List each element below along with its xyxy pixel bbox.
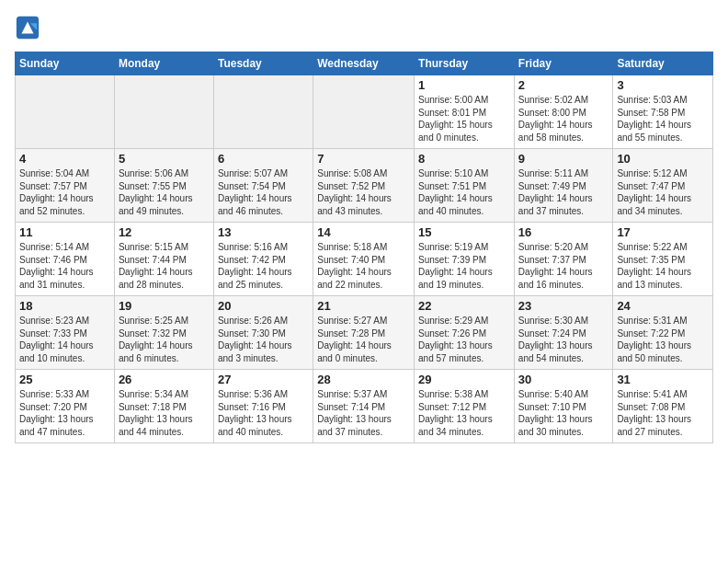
calendar-day-cell: 3Sunrise: 5:03 AMSunset: 7:58 PMDaylight… [613, 75, 713, 149]
calendar-day-cell: 12Sunrise: 5:15 AMSunset: 7:44 PMDayligh… [114, 223, 213, 296]
day-info: Sunrise: 5:16 AMSunset: 7:42 PMDaylight:… [218, 241, 309, 291]
calendar-day-cell: 25Sunrise: 5:33 AMSunset: 7:20 PMDayligh… [16, 370, 115, 443]
day-info: Sunrise: 5:29 AMSunset: 7:26 PMDaylight:… [418, 315, 510, 364]
calendar-day-cell: 20Sunrise: 5:26 AMSunset: 7:30 PMDayligh… [213, 296, 313, 370]
calendar-week-row: 1Sunrise: 5:00 AMSunset: 8:01 PMDaylight… [16, 75, 713, 149]
calendar-day-cell: 1Sunrise: 5:00 AMSunset: 8:01 PMDaylight… [415, 75, 515, 149]
day-number: 29 [418, 373, 510, 386]
day-info: Sunrise: 5:11 AMSunset: 7:49 PMDaylight:… [518, 167, 609, 217]
day-number: 4 [19, 152, 110, 166]
day-number: 16 [518, 225, 609, 239]
day-number: 24 [617, 299, 709, 313]
calendar-header-row: SundayMondayTuesdayWednesdayThursdayFrid… [16, 52, 713, 75]
day-number: 7 [317, 152, 410, 166]
day-info: Sunrise: 5:40 AMSunset: 7:10 PMDaylight:… [518, 388, 609, 438]
day-number: 3 [617, 78, 709, 92]
logo [15, 15, 44, 40]
day-info: Sunrise: 5:38 AMSunset: 7:12 PMDaylight:… [418, 388, 510, 438]
day-number: 17 [617, 225, 709, 239]
calendar-day-cell: 19Sunrise: 5:25 AMSunset: 7:32 PMDayligh… [114, 296, 213, 370]
day-number: 18 [19, 299, 110, 313]
day-info: Sunrise: 5:07 AMSunset: 7:54 PMDaylight:… [218, 167, 309, 217]
calendar-table: SundayMondayTuesdayWednesdayThursdayFrid… [15, 52, 713, 443]
day-number: 5 [119, 152, 210, 166]
calendar-week-row: 18Sunrise: 5:23 AMSunset: 7:33 PMDayligh… [16, 296, 713, 370]
calendar-day-cell: 8Sunrise: 5:10 AMSunset: 7:51 PMDaylight… [415, 149, 515, 223]
day-info: Sunrise: 5:33 AMSunset: 7:20 PMDaylight:… [19, 388, 110, 438]
day-of-week-header: Wednesday [313, 52, 415, 75]
calendar-day-cell: 15Sunrise: 5:19 AMSunset: 7:39 PMDayligh… [415, 223, 515, 296]
day-number: 31 [617, 373, 709, 386]
calendar-day-cell: 11Sunrise: 5:14 AMSunset: 7:46 PMDayligh… [16, 223, 115, 296]
calendar-day-cell: 28Sunrise: 5:37 AMSunset: 7:14 PMDayligh… [313, 370, 415, 443]
day-number: 13 [218, 225, 309, 239]
day-number: 6 [218, 152, 309, 166]
day-info: Sunrise: 5:26 AMSunset: 7:30 PMDaylight:… [218, 315, 309, 364]
day-of-week-header: Tuesday [213, 52, 313, 75]
day-of-week-header: Saturday [613, 52, 713, 75]
calendar-day-cell: 23Sunrise: 5:30 AMSunset: 7:24 PMDayligh… [514, 296, 613, 370]
day-info: Sunrise: 5:31 AMSunset: 7:22 PMDaylight:… [617, 315, 709, 364]
calendar-day-cell: 18Sunrise: 5:23 AMSunset: 7:33 PMDayligh… [16, 296, 115, 370]
calendar-day-cell: 22Sunrise: 5:29 AMSunset: 7:26 PMDayligh… [415, 296, 515, 370]
day-number: 26 [119, 373, 210, 386]
day-number: 30 [518, 373, 609, 386]
calendar-day-cell [213, 75, 313, 149]
day-number: 14 [317, 225, 410, 239]
calendar-week-row: 4Sunrise: 5:04 AMSunset: 7:57 PMDaylight… [16, 149, 713, 223]
day-info: Sunrise: 5:14 AMSunset: 7:46 PMDaylight:… [19, 241, 110, 291]
calendar-day-cell: 5Sunrise: 5:06 AMSunset: 7:55 PMDaylight… [114, 149, 213, 223]
page-header [15, 15, 713, 40]
day-of-week-header: Thursday [415, 52, 515, 75]
calendar-day-cell: 17Sunrise: 5:22 AMSunset: 7:35 PMDayligh… [613, 223, 713, 296]
day-info: Sunrise: 5:30 AMSunset: 7:24 PMDaylight:… [518, 315, 609, 364]
day-number: 22 [418, 299, 510, 313]
day-info: Sunrise: 5:06 AMSunset: 7:55 PMDaylight:… [119, 167, 210, 217]
day-info: Sunrise: 5:04 AMSunset: 7:57 PMDaylight:… [19, 167, 110, 217]
calendar-day-cell [16, 75, 115, 149]
calendar-week-row: 25Sunrise: 5:33 AMSunset: 7:20 PMDayligh… [16, 370, 713, 443]
calendar-day-cell: 14Sunrise: 5:18 AMSunset: 7:40 PMDayligh… [313, 223, 415, 296]
day-number: 15 [418, 225, 510, 239]
calendar-day-cell: 7Sunrise: 5:08 AMSunset: 7:52 PMDaylight… [313, 149, 415, 223]
day-number: 2 [518, 78, 609, 92]
calendar-day-cell: 27Sunrise: 5:36 AMSunset: 7:16 PMDayligh… [213, 370, 313, 443]
calendar-day-cell: 21Sunrise: 5:27 AMSunset: 7:28 PMDayligh… [313, 296, 415, 370]
calendar-day-cell: 26Sunrise: 5:34 AMSunset: 7:18 PMDayligh… [114, 370, 213, 443]
day-of-week-header: Sunday [16, 52, 115, 75]
day-number: 27 [218, 373, 309, 386]
day-info: Sunrise: 5:19 AMSunset: 7:39 PMDaylight:… [418, 241, 510, 291]
logo-icon [15, 15, 40, 40]
day-number: 12 [119, 225, 210, 239]
day-number: 23 [518, 299, 609, 313]
day-info: Sunrise: 5:03 AMSunset: 7:58 PMDaylight:… [617, 94, 709, 144]
day-of-week-header: Monday [114, 52, 213, 75]
calendar-day-cell: 6Sunrise: 5:07 AMSunset: 7:54 PMDaylight… [213, 149, 313, 223]
day-info: Sunrise: 5:15 AMSunset: 7:44 PMDaylight:… [119, 241, 210, 291]
calendar-day-cell: 9Sunrise: 5:11 AMSunset: 7:49 PMDaylight… [514, 149, 613, 223]
day-number: 25 [19, 373, 110, 386]
day-number: 21 [317, 299, 410, 313]
day-info: Sunrise: 5:41 AMSunset: 7:08 PMDaylight:… [617, 388, 709, 438]
day-number: 9 [518, 152, 609, 166]
calendar-day-cell: 13Sunrise: 5:16 AMSunset: 7:42 PMDayligh… [213, 223, 313, 296]
day-number: 28 [317, 373, 410, 386]
day-number: 8 [418, 152, 510, 166]
day-info: Sunrise: 5:37 AMSunset: 7:14 PMDaylight:… [317, 388, 410, 438]
calendar-day-cell: 31Sunrise: 5:41 AMSunset: 7:08 PMDayligh… [613, 370, 713, 443]
day-number: 1 [418, 78, 510, 92]
day-number: 20 [218, 299, 309, 313]
day-info: Sunrise: 5:22 AMSunset: 7:35 PMDaylight:… [617, 241, 709, 291]
calendar-day-cell [114, 75, 213, 149]
day-info: Sunrise: 5:00 AMSunset: 8:01 PMDaylight:… [418, 94, 510, 144]
day-info: Sunrise: 5:27 AMSunset: 7:28 PMDaylight:… [317, 315, 410, 364]
day-info: Sunrise: 5:10 AMSunset: 7:51 PMDaylight:… [418, 167, 510, 217]
day-info: Sunrise: 5:12 AMSunset: 7:47 PMDaylight:… [617, 167, 709, 217]
calendar-day-cell: 30Sunrise: 5:40 AMSunset: 7:10 PMDayligh… [514, 370, 613, 443]
day-info: Sunrise: 5:34 AMSunset: 7:18 PMDaylight:… [119, 388, 210, 438]
day-info: Sunrise: 5:25 AMSunset: 7:32 PMDaylight:… [119, 315, 210, 364]
day-of-week-header: Friday [514, 52, 613, 75]
day-info: Sunrise: 5:18 AMSunset: 7:40 PMDaylight:… [317, 241, 410, 291]
day-info: Sunrise: 5:08 AMSunset: 7:52 PMDaylight:… [317, 167, 410, 217]
day-number: 10 [617, 152, 709, 166]
